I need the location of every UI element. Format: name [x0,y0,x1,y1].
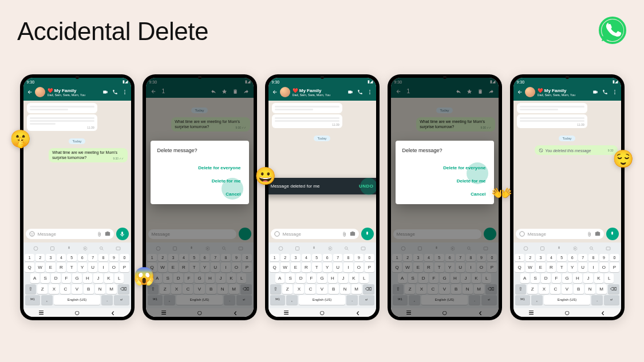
key-1[interactable]: 1 [515,254,524,261]
key-e[interactable]: E [536,262,545,272]
recents-icon[interactable]: ≡ [37,311,45,315]
key-p[interactable]: P [120,262,129,272]
key-x[interactable]: X [49,284,59,294]
key-o[interactable]: O [354,262,364,272]
incoming-message[interactable] [27,103,97,113]
key-y[interactable]: Y [568,262,577,272]
space-key[interactable]: English (US) [544,295,590,305]
key-o[interactable]: O [599,262,609,272]
key-e[interactable]: E [291,262,300,272]
space-key[interactable]: English (US) [299,295,345,305]
key-t[interactable]: T [557,262,566,272]
key-5[interactable]: 5 [67,254,76,261]
incoming-message[interactable]: 11:39 [27,114,97,131]
key-n[interactable]: N [95,284,105,294]
key-9[interactable]: 9 [109,254,118,261]
key-9[interactable]: 9 [599,254,609,261]
key-2[interactable]: 2 [526,254,535,261]
backspace-key[interactable]: ⌫ [363,284,374,294]
key-v[interactable]: V [562,284,572,294]
deleted-message[interactable]: You deleted this message 9:30 [535,145,617,155]
key-c[interactable]: C [550,284,560,294]
key-1[interactable]: 1 [25,254,34,261]
key-r[interactable]: R [547,262,556,272]
key-b[interactable]: B [84,284,94,294]
key-m[interactable]: M [596,284,607,294]
shift-key[interactable]: ⇧ [270,284,282,294]
shift-key[interactable]: ⇧ [25,284,37,294]
symbols-key[interactable]: !#1 [270,295,285,305]
key-z[interactable]: Z [37,284,48,294]
message-input[interactable]: Message [26,229,114,239]
key-6[interactable]: 6 [78,254,87,261]
key-k[interactable]: K [349,273,358,283]
undo-button[interactable]: UNDO [359,184,374,189]
key-p[interactable]: P [365,262,374,272]
key-d[interactable]: D [51,273,60,283]
key-6[interactable]: 6 [568,254,577,261]
key-b[interactable]: B [329,284,339,294]
cancel-button[interactable]: Cancel [402,188,487,201]
key-n[interactable]: N [340,284,350,294]
android-nav[interactable]: ≡ ○ ‹ [23,308,131,317]
home-icon[interactable]: ○ [73,311,81,315]
key-0[interactable]: 0 [120,254,129,261]
key-v[interactable]: V [72,284,82,294]
space-key[interactable]: English (US) [54,295,100,305]
key-5[interactable]: 5 [557,254,566,261]
key-d[interactable]: D [541,273,550,283]
key-0[interactable]: 0 [365,254,374,261]
key-c[interactable]: C [60,284,70,294]
key-i[interactable]: I [343,262,353,272]
key-4[interactable]: 4 [57,254,66,261]
backspace-key[interactable]: ⌫ [608,284,619,294]
key-t[interactable]: T [312,262,321,272]
key-4[interactable]: 4 [547,254,556,261]
key-b[interactable]: B [574,284,584,294]
video-call-icon[interactable] [102,89,108,95]
key-y[interactable]: Y [78,262,87,272]
key-j[interactable]: J [93,273,102,283]
chat-header[interactable]: ❤️ My Family Dad, Sam, Sara, Mom, You [23,85,131,101]
key-a[interactable]: A [30,273,39,283]
key-s[interactable]: S [531,273,540,283]
key-7[interactable]: 7 [578,254,587,261]
key-z[interactable]: Z [527,284,538,294]
key-p[interactable]: P [610,262,619,272]
key-o[interactable]: O [109,262,118,272]
more-icon[interactable] [122,89,128,95]
key-m[interactable]: M [351,284,362,294]
key-s[interactable]: S [41,273,50,283]
key-6[interactable]: 6 [323,254,332,261]
key-u[interactable]: U [578,262,587,272]
key-r[interactable]: R [302,262,311,272]
key-3[interactable]: 3 [46,254,55,261]
key-x[interactable]: X [294,284,304,294]
outgoing-message[interactable]: What time are we meeting for Mom's surpr… [49,148,127,162]
avatar[interactable] [35,87,45,97]
comma-key[interactable]: , [531,295,543,305]
key-g[interactable]: G [562,273,571,283]
key-a[interactable]: A [520,273,530,283]
period-key[interactable]: . [101,295,113,305]
key-m[interactable]: M [106,284,117,294]
key-k[interactable]: K [594,273,603,283]
key-l[interactable]: L [359,273,369,283]
key-e[interactable]: E [46,262,55,272]
voice-call-icon[interactable] [112,89,118,95]
comma-key[interactable]: , [41,295,53,305]
key-a[interactable]: A [275,273,285,283]
camera-icon[interactable] [105,231,110,237]
key-v[interactable]: V [317,284,327,294]
mic-button[interactable] [116,228,129,240]
key-8[interactable]: 8 [98,254,108,261]
keyboard[interactable]: 1234567890 QWERTYUIOP ASDFGHJKL ⇧ ZXCVBN… [23,242,131,308]
key-0[interactable]: 0 [610,254,619,261]
key-8[interactable]: 8 [588,254,598,261]
key-z[interactable]: Z [282,284,293,294]
key-x[interactable]: X [539,284,549,294]
key-9[interactable]: 9 [354,254,364,261]
key-u[interactable]: U [333,262,342,272]
key-3[interactable]: 3 [536,254,545,261]
key-h[interactable]: H [83,273,92,283]
